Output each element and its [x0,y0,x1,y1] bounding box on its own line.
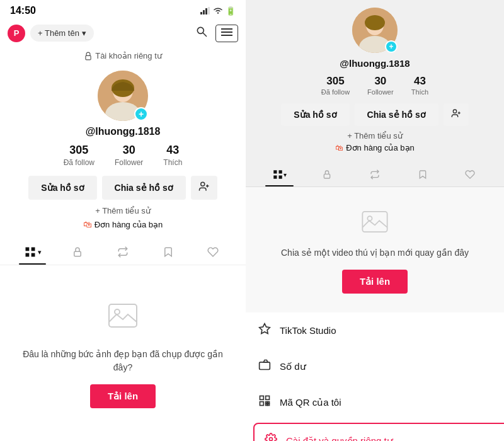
tab-repost-left[interactable] [100,239,146,265]
add-friend-button-left[interactable] [191,176,217,200]
svg-point-15 [200,182,204,186]
stat-num-likes: 43 [166,144,179,157]
right-stat-follower: 30 Follower [367,75,394,96]
add-friend-icon [198,181,210,192]
right-lock-icon [322,169,332,180]
avatar-plus-button[interactable]: + [134,107,148,121]
upload-button-right[interactable]: Tải lên [342,270,408,294]
tab-dropdown-icon: ▾ [38,248,42,256]
qr-code-icon [258,394,271,407]
right-profile-header: + @lhuongg.1818 305 Đã follow 30 Followe… [246,0,504,163]
balance-icon [258,358,271,374]
right-tab-tagged[interactable] [399,163,447,186]
svg-rect-22 [74,251,81,256]
dropdown-menu: TikTok Studio Số dư Mã QR c [246,312,504,441]
svg-rect-19 [31,248,35,251]
menu-item-qr[interactable]: Mã QR của tôi [246,384,504,420]
svg-rect-0 [200,12,202,14]
tab-tagged-left[interactable] [146,239,191,265]
orders-link-left[interactable]: 🛍 Đơn hàng của bạn [83,219,163,229]
chevron-down-icon: ▾ [82,28,86,38]
menu-item-tiktok-studio[interactable]: TikTok Studio [246,312,504,348]
right-grid-icon [272,169,284,180]
right-empty-text: Chia sẻ một video thú vị bạn mới quay gầ… [281,246,469,260]
tab-liked-left[interactable] [190,239,236,265]
right-tab-dropdown-icon: ▾ [284,171,287,178]
right-avatar-plus-button[interactable]: + [385,40,398,53]
image-placeholder-icon [105,298,140,333]
stat-label-following: Đã follow [64,158,94,167]
right-orders-link[interactable]: 🛍 Đơn hàng của bạn [256,143,494,152]
edit-profile-button-left[interactable]: Sửa hồ sơ [28,176,96,200]
menu-label-qr: Mã QR của tôi [280,397,341,408]
profile-section: + @lhuongg.1818 305 Đã follow 30 Followe… [0,66,246,237]
empty-image-icon [105,298,140,340]
tab-private-left[interactable] [55,239,101,265]
lock-tab-icon [72,246,83,258]
menu-label-tiktok-studio: TikTok Studio [280,325,336,336]
svg-rect-43 [266,396,270,400]
hamburger-icon [221,28,232,37]
svg-rect-37 [362,212,387,232]
right-stats-row: 305 Đã follow 30 Follower 43 Thích [256,75,494,96]
menu-button[interactable] [215,25,238,42]
right-bio-link[interactable]: + Thêm tiểu sử [256,131,494,140]
svg-line-6 [203,33,207,37]
svg-rect-3 [208,7,210,14]
right-avatar-container: + [352,8,398,53]
tabs-row-left: ▾ [0,239,246,265]
right-tab-videos[interactable]: ▾ [256,163,304,186]
private-text: Tài khoản riêng tư [95,51,162,60]
right-action-buttons: Sửa hồ sơ Chia sẻ hồ sơ [256,103,494,126]
tab-videos-left[interactable]: ▾ [10,239,55,265]
menu-item-settings[interactable]: Cài đặt và quyền riêng tư [253,423,504,441]
svg-rect-33 [279,170,282,173]
svg-point-28 [365,15,385,30]
menu-label-settings: Cài đặt và quyền riêng tư [286,435,393,442]
empty-text-left: Đâu là những bức ảnh đẹp bạn đã chụp đượ… [13,348,233,374]
stat-following: 305 Đã follow [64,144,94,167]
stat-label-likes: Thích [163,158,182,167]
svg-rect-20 [25,253,29,257]
svg-point-49 [270,438,273,441]
svg-point-4 [217,13,219,14]
action-buttons-left: Sửa hồ sơ Chia sẻ hồ sơ [28,176,217,200]
nav-logo: P [8,25,25,42]
share-profile-button-right[interactable]: Chia sẻ hồ sơ [355,103,438,126]
right-stat-likes: 43 Thích [411,75,429,96]
search-icon-button[interactable] [193,23,210,43]
bio-link-left[interactable]: + Thêm tiểu sử [95,206,151,215]
stat-num-following: 305 [69,144,88,157]
svg-rect-46 [268,402,270,404]
right-tab-repost[interactable] [351,163,399,186]
avatar-container: + [98,71,148,121]
heart-icon [207,246,219,258]
right-tab-liked[interactable] [446,163,494,186]
status-bar: 14:50 🔋 [0,0,246,20]
svg-rect-35 [279,176,282,179]
svg-rect-10 [86,55,91,59]
menu-item-balance[interactable]: Số dư [246,348,504,384]
upload-button-left[interactable]: Tải lên [90,384,156,408]
video-placeholder-icon [359,206,391,238]
right-tab-private[interactable] [304,163,352,186]
svg-point-24 [115,309,120,314]
right-bookmark-icon [418,169,428,180]
right-stat-following: 305 Đã follow [321,75,350,96]
settings-icon [265,433,277,441]
private-banner: Tài khoản riêng tư [0,49,246,66]
add-friend-button-right[interactable] [444,103,469,126]
add-friend-icon-right [451,108,461,118]
svg-rect-23 [109,304,137,327]
star-icon [258,323,271,335]
share-profile-button-left[interactable]: Chia sẻ hồ sơ [102,176,186,200]
svg-rect-18 [25,248,29,251]
right-orders-icon: 🛍 [335,143,343,152]
edit-profile-button-right[interactable]: Sửa hồ sơ [281,103,349,126]
stats-row-left: 305 Đã follow 30 Follower 43 Thích [64,144,183,167]
svg-rect-34 [274,176,277,179]
lock-icon [84,52,93,60]
gear-icon [265,433,277,441]
add-name-button[interactable]: + Thêm tên ▾ [30,25,94,42]
right-avatar-row: + [256,8,494,53]
